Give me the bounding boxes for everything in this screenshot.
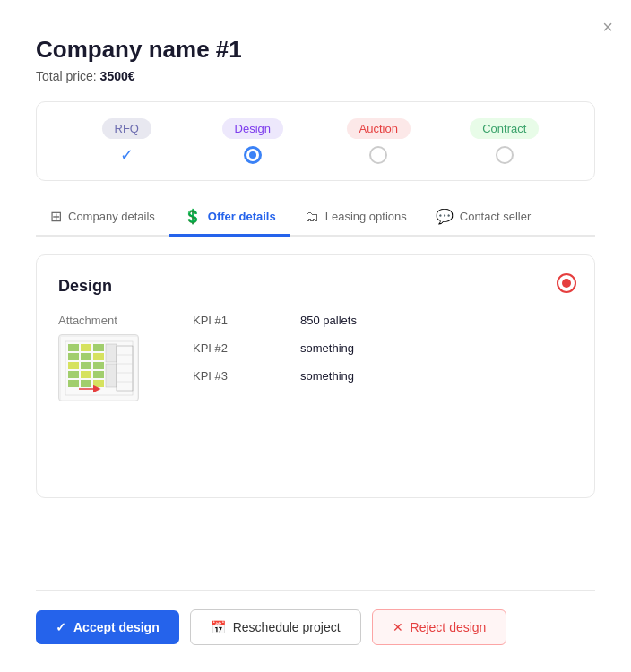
step-auction-dot (369, 146, 387, 164)
kpi-row-2: KPI #2 something (193, 341, 357, 355)
attachment-label: Attachment (58, 314, 139, 327)
svg-rect-13 (93, 353, 104, 360)
svg-rect-18 (106, 364, 117, 387)
svg-rect-14 (93, 362, 104, 369)
kpi-section: KPI #1 850 pallets KPI #2 something KPI … (193, 314, 357, 383)
building-icon: ⊞ (50, 208, 62, 225)
svg-rect-6 (68, 380, 79, 387)
step-rfq-label: RFQ (102, 118, 151, 139)
step-rfq: RFQ ✓ (64, 118, 190, 164)
reject-label: Reject design (411, 620, 487, 634)
svg-rect-16 (93, 380, 104, 387)
design-card: Design Attachment (36, 254, 595, 498)
company-title: Company name #1 (36, 36, 595, 64)
dollar-icon: 💲 (184, 208, 202, 225)
tab-contact-seller-label: Contact seller (460, 210, 531, 223)
step-contract-label: Contract (470, 118, 539, 139)
kpi2-value: something (300, 341, 354, 355)
step-design-label: Design (222, 118, 283, 139)
svg-rect-8 (81, 353, 91, 360)
kpi1-label: KPI #1 (193, 314, 246, 327)
kpi3-label: KPI #3 (193, 369, 246, 383)
tabs-container: ⊞ Company details 💲 Offer details 🗂 Leas… (36, 199, 595, 237)
checkmark-icon: ✓ (56, 620, 66, 634)
reschedule-label: Reschedule project (233, 620, 341, 634)
tab-company-details-label: Company details (68, 210, 155, 223)
attachment-thumbnail[interactable] (58, 334, 139, 401)
reschedule-project-button[interactable]: 📅 Reschedule project (190, 609, 361, 645)
close-button[interactable]: × (602, 18, 613, 36)
tab-offer-details-label: Offer details (208, 210, 276, 223)
attachment-section: Attachment (58, 314, 139, 401)
tab-leasing-options[interactable]: 🗂 Leasing options (290, 199, 421, 237)
svg-rect-7 (81, 344, 91, 351)
bottom-bar: ✓ Accept design 📅 Reschedule project ✕ R… (36, 590, 595, 645)
accept-design-label: Accept design (73, 620, 160, 634)
svg-rect-2 (68, 344, 79, 351)
svg-rect-17 (106, 344, 117, 362)
step-contract-dot (496, 146, 514, 164)
chat-icon: 💬 (436, 208, 454, 225)
design-card-title: Design (58, 277, 573, 296)
svg-rect-11 (81, 380, 91, 387)
design-content: Attachment (58, 314, 573, 401)
kpi-row-1: KPI #1 850 pallets (193, 314, 357, 327)
step-design-dot (244, 146, 262, 164)
svg-rect-10 (81, 371, 91, 378)
tab-company-details[interactable]: ⊞ Company details (36, 199, 169, 237)
tab-contact-seller[interactable]: 💬 Contact seller (421, 199, 545, 237)
x-icon: ✕ (393, 620, 403, 634)
briefcase-icon: 🗂 (305, 209, 319, 225)
kpi-row-3: KPI #3 something (193, 369, 357, 383)
svg-rect-12 (93, 344, 104, 351)
tab-leasing-options-label: Leasing options (325, 210, 407, 223)
total-price-value: 3500€ (100, 69, 135, 83)
accept-design-button[interactable]: ✓ Accept design (36, 610, 179, 644)
progress-steps: RFQ ✓ Design Auction Contract (36, 101, 595, 181)
kpi1-value: 850 pallets (300, 314, 357, 327)
svg-rect-9 (81, 362, 91, 369)
calendar-icon: 📅 (211, 620, 226, 634)
step-auction-label: Auction (347, 118, 411, 139)
reject-design-button[interactable]: ✕ Reject design (372, 609, 507, 645)
tab-offer-details[interactable]: 💲 Offer details (169, 199, 290, 237)
svg-rect-3 (68, 353, 79, 360)
step-rfq-dot: ✓ (117, 146, 135, 164)
total-price: Total price: 3500€ (36, 69, 595, 83)
kpi3-value: something (300, 369, 354, 383)
step-auction: Auction (316, 118, 442, 164)
step-contract: Contract (442, 118, 568, 164)
radio-selected-icon[interactable] (557, 273, 576, 293)
svg-rect-15 (93, 371, 104, 378)
kpi2-label: KPI #2 (193, 341, 246, 355)
svg-rect-4 (68, 362, 79, 369)
svg-rect-5 (68, 371, 79, 378)
step-design: Design (190, 118, 316, 164)
spacer (36, 516, 595, 590)
modal: × Company name #1 Total price: 3500€ RFQ… (0, 0, 631, 672)
